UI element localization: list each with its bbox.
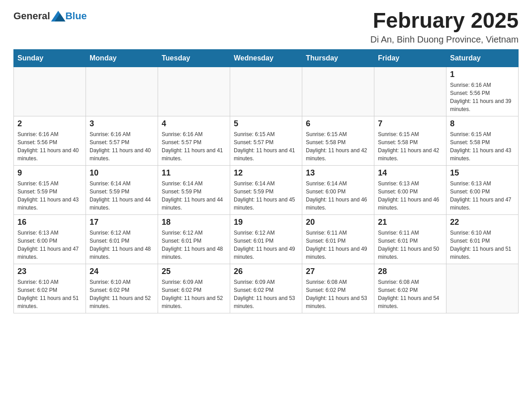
cell-sun-info: Sunrise: 6:15 AMSunset: 5:58 PMDaylight:…: [378, 130, 442, 163]
col-thursday: Thursday: [302, 49, 374, 67]
table-row: 16Sunrise: 6:13 AMSunset: 6:00 PMDayligh…: [14, 214, 86, 264]
cell-day-number: 24: [90, 267, 154, 276]
cell-day-number: 9: [17, 168, 82, 178]
table-row: 21Sunrise: 6:11 AMSunset: 6:01 PMDayligh…: [374, 214, 446, 264]
cell-sun-info: Sunrise: 6:15 AMSunset: 5:57 PMDaylight:…: [234, 130, 298, 163]
cell-sun-info: Sunrise: 6:11 AMSunset: 6:01 PMDaylight:…: [378, 229, 442, 261]
cell-day-number: 15: [450, 168, 515, 178]
col-sunday: Sunday: [14, 49, 86, 67]
cell-day-number: 14: [378, 168, 442, 178]
cell-day-number: 23: [17, 267, 82, 276]
cell-day-number: 7: [378, 119, 442, 128]
table-row: 24Sunrise: 6:10 AMSunset: 6:02 PMDayligh…: [86, 264, 158, 313]
table-row: 19Sunrise: 6:12 AMSunset: 6:01 PMDayligh…: [230, 214, 302, 264]
table-row: 12Sunrise: 6:14 AMSunset: 5:59 PMDayligh…: [230, 165, 302, 214]
cell-day-number: 22: [450, 218, 515, 227]
calendar-week-row: 23Sunrise: 6:10 AMSunset: 6:02 PMDayligh…: [14, 264, 519, 313]
cell-sun-info: Sunrise: 6:08 AMSunset: 6:02 PMDaylight:…: [306, 278, 370, 310]
calendar-table: Sunday Monday Tuesday Wednesday Thursday…: [13, 49, 519, 313]
cell-day-number: 19: [234, 218, 298, 227]
table-row: 14Sunrise: 6:13 AMSunset: 6:00 PMDayligh…: [374, 165, 446, 214]
cell-sun-info: Sunrise: 6:15 AMSunset: 5:58 PMDaylight:…: [306, 130, 370, 163]
cell-sun-info: Sunrise: 6:09 AMSunset: 6:02 PMDaylight:…: [234, 278, 298, 310]
table-row: 7Sunrise: 6:15 AMSunset: 5:58 PMDaylight…: [374, 116, 446, 165]
cell-sun-info: Sunrise: 6:14 AMSunset: 5:59 PMDaylight:…: [90, 180, 154, 212]
cell-day-number: 3: [90, 119, 154, 128]
cell-day-number: 6: [306, 119, 370, 128]
cell-sun-info: Sunrise: 6:11 AMSunset: 6:01 PMDaylight:…: [306, 229, 370, 261]
logo-general-text: General: [13, 10, 50, 22]
table-row: 3Sunrise: 6:16 AMSunset: 5:57 PMDaylight…: [86, 116, 158, 165]
cell-sun-info: Sunrise: 6:12 AMSunset: 6:01 PMDaylight:…: [162, 229, 226, 261]
table-row: 23Sunrise: 6:10 AMSunset: 6:02 PMDayligh…: [14, 264, 86, 313]
cell-day-number: 12: [234, 168, 298, 178]
logo-blue-text: Blue: [65, 10, 87, 22]
col-tuesday: Tuesday: [158, 49, 230, 67]
cell-sun-info: Sunrise: 6:10 AMSunset: 6:02 PMDaylight:…: [90, 278, 154, 310]
cell-day-number: 11: [162, 168, 226, 178]
cell-sun-info: Sunrise: 6:16 AMSunset: 5:56 PMDaylight:…: [17, 130, 82, 163]
cell-sun-info: Sunrise: 6:13 AMSunset: 6:00 PMDaylight:…: [17, 229, 82, 261]
cell-day-number: 17: [90, 218, 154, 227]
cell-day-number: 18: [162, 218, 226, 227]
table-row: 13Sunrise: 6:14 AMSunset: 6:00 PMDayligh…: [302, 165, 374, 214]
calendar-week-row: 1Sunrise: 6:16 AMSunset: 5:56 PMDaylight…: [14, 67, 519, 116]
table-row: 17Sunrise: 6:12 AMSunset: 6:01 PMDayligh…: [86, 214, 158, 264]
table-row: [230, 67, 302, 116]
table-row: 28Sunrise: 6:08 AMSunset: 6:02 PMDayligh…: [374, 264, 446, 313]
cell-sun-info: Sunrise: 6:13 AMSunset: 6:00 PMDaylight:…: [378, 180, 442, 212]
title-block: February 2025 Di An, Binh Duong Province…: [370, 9, 519, 45]
table-row: 6Sunrise: 6:15 AMSunset: 5:58 PMDaylight…: [302, 116, 374, 165]
table-row: 27Sunrise: 6:08 AMSunset: 6:02 PMDayligh…: [302, 264, 374, 313]
location-title: Di An, Binh Duong Province, Vietnam: [370, 34, 519, 45]
table-row: 25Sunrise: 6:09 AMSunset: 6:02 PMDayligh…: [158, 264, 230, 313]
calendar-week-row: 16Sunrise: 6:13 AMSunset: 6:00 PMDayligh…: [14, 214, 519, 264]
table-row: 22Sunrise: 6:10 AMSunset: 6:01 PMDayligh…: [446, 214, 519, 264]
cell-sun-info: Sunrise: 6:12 AMSunset: 6:01 PMDaylight:…: [234, 229, 298, 261]
table-row: 2Sunrise: 6:16 AMSunset: 5:56 PMDaylight…: [14, 116, 86, 165]
table-row: 10Sunrise: 6:14 AMSunset: 5:59 PMDayligh…: [86, 165, 158, 214]
table-row: 1Sunrise: 6:16 AMSunset: 5:56 PMDaylight…: [446, 67, 519, 116]
table-row: [14, 67, 86, 116]
cell-sun-info: Sunrise: 6:16 AMSunset: 5:57 PMDaylight:…: [90, 130, 154, 163]
table-row: 8Sunrise: 6:15 AMSunset: 5:58 PMDaylight…: [446, 116, 519, 165]
cell-day-number: 8: [450, 119, 515, 128]
cell-day-number: 27: [306, 267, 370, 276]
table-row: [86, 67, 158, 116]
cell-sun-info: Sunrise: 6:13 AMSunset: 6:00 PMDaylight:…: [450, 180, 515, 212]
logo: General Blue: [13, 9, 87, 23]
table-row: [446, 264, 519, 313]
cell-day-number: 10: [90, 168, 154, 178]
cell-day-number: 20: [306, 218, 370, 227]
cell-sun-info: Sunrise: 6:14 AMSunset: 6:00 PMDaylight:…: [306, 180, 370, 212]
table-row: 4Sunrise: 6:16 AMSunset: 5:57 PMDaylight…: [158, 116, 230, 165]
cell-sun-info: Sunrise: 6:15 AMSunset: 5:59 PMDaylight:…: [17, 180, 82, 212]
table-row: 5Sunrise: 6:15 AMSunset: 5:57 PMDaylight…: [230, 116, 302, 165]
cell-day-number: 21: [378, 218, 442, 227]
cell-day-number: 16: [17, 218, 82, 227]
cell-day-number: 26: [234, 267, 298, 276]
cell-day-number: 4: [162, 119, 226, 128]
table-row: 20Sunrise: 6:11 AMSunset: 6:01 PMDayligh…: [302, 214, 374, 264]
table-row: [374, 67, 446, 116]
cell-sun-info: Sunrise: 6:10 AMSunset: 6:01 PMDaylight:…: [450, 229, 515, 261]
cell-sun-info: Sunrise: 6:16 AMSunset: 5:57 PMDaylight:…: [162, 130, 226, 163]
cell-sun-info: Sunrise: 6:10 AMSunset: 6:02 PMDaylight:…: [17, 278, 82, 310]
table-row: 18Sunrise: 6:12 AMSunset: 6:01 PMDayligh…: [158, 214, 230, 264]
logo-icon: [51, 9, 65, 23]
table-row: 26Sunrise: 6:09 AMSunset: 6:02 PMDayligh…: [230, 264, 302, 313]
cell-sun-info: Sunrise: 6:09 AMSunset: 6:02 PMDaylight:…: [162, 278, 226, 310]
table-row: 11Sunrise: 6:14 AMSunset: 5:59 PMDayligh…: [158, 165, 230, 214]
cell-day-number: 25: [162, 267, 226, 276]
month-title: February 2025: [370, 9, 519, 33]
col-saturday: Saturday: [446, 49, 519, 67]
col-friday: Friday: [374, 49, 446, 67]
col-monday: Monday: [86, 49, 158, 67]
cell-sun-info: Sunrise: 6:12 AMSunset: 6:01 PMDaylight:…: [90, 229, 154, 261]
cell-sun-info: Sunrise: 6:15 AMSunset: 5:58 PMDaylight:…: [450, 130, 515, 163]
calendar-week-row: 9Sunrise: 6:15 AMSunset: 5:59 PMDaylight…: [14, 165, 519, 214]
cell-day-number: 5: [234, 119, 298, 128]
col-wednesday: Wednesday: [230, 49, 302, 67]
cell-day-number: 13: [306, 168, 370, 178]
cell-day-number: 1: [450, 70, 515, 79]
